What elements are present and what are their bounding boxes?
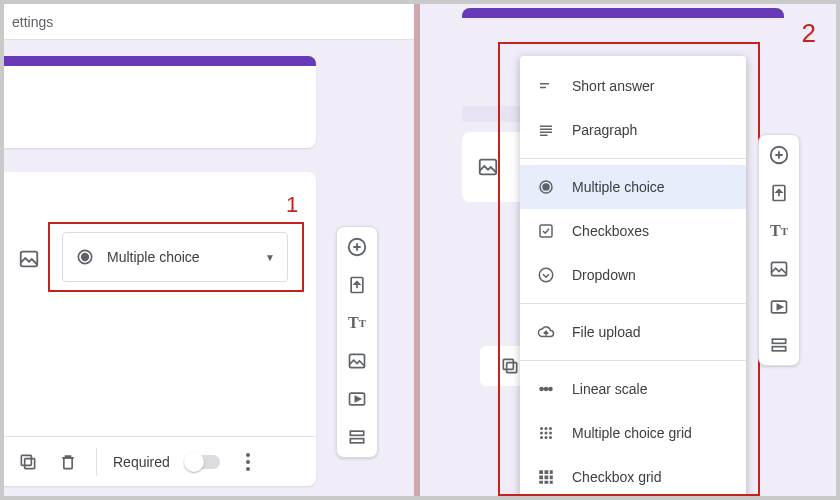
svg-point-29 bbox=[545, 436, 548, 439]
menu-item-label: Checkboxes bbox=[572, 223, 649, 239]
paragraph-icon bbox=[536, 121, 556, 139]
svg-rect-11 bbox=[350, 439, 363, 443]
svg-point-21 bbox=[549, 388, 552, 391]
add-section-button[interactable] bbox=[767, 333, 791, 357]
svg-point-20 bbox=[545, 388, 548, 391]
duplicate-button[interactable] bbox=[16, 450, 40, 474]
pane-step1: ettings Multiple choice ▼ 1 bbox=[4, 4, 420, 496]
add-image-button[interactable] bbox=[767, 257, 791, 281]
annotation-label-1: 1 bbox=[286, 192, 298, 218]
question-type-menu: Short answer Paragraph Multiple choice C bbox=[520, 56, 746, 496]
svg-rect-31 bbox=[539, 470, 543, 474]
svg-rect-5 bbox=[64, 457, 72, 468]
svg-rect-36 bbox=[550, 476, 553, 480]
menu-separator bbox=[520, 158, 746, 159]
side-toolbar: TT bbox=[758, 134, 800, 366]
linear-scale-icon bbox=[536, 380, 556, 398]
menu-item-dropdown[interactable]: Dropdown bbox=[520, 253, 746, 297]
svg-rect-4 bbox=[21, 455, 31, 465]
menu-item-label: Short answer bbox=[572, 78, 654, 94]
question-card: Multiple choice ▼ 1 Required bbox=[4, 172, 316, 486]
checkbox-icon bbox=[536, 222, 556, 240]
svg-rect-13 bbox=[507, 363, 517, 373]
svg-point-25 bbox=[540, 432, 543, 435]
header-breadcrumb: ettings bbox=[4, 4, 414, 40]
svg-rect-38 bbox=[545, 481, 549, 484]
radio-icon bbox=[75, 247, 95, 267]
add-image-inline-icon[interactable] bbox=[18, 248, 42, 272]
menu-item-label: Multiple choice grid bbox=[572, 425, 692, 441]
delete-button[interactable] bbox=[56, 450, 80, 474]
add-question-button[interactable] bbox=[345, 235, 369, 259]
svg-rect-17 bbox=[540, 225, 552, 237]
menu-item-checkboxes[interactable]: Checkboxes bbox=[520, 209, 746, 253]
short-answer-icon bbox=[536, 77, 556, 95]
menu-item-checkbox-grid[interactable]: Checkbox grid bbox=[520, 455, 746, 496]
menu-item-label: File upload bbox=[572, 324, 641, 340]
menu-item-linear-scale[interactable]: Linear scale bbox=[520, 367, 746, 411]
svg-rect-45 bbox=[772, 347, 785, 351]
radio-icon bbox=[536, 178, 556, 196]
form-title-card bbox=[4, 56, 316, 148]
svg-rect-37 bbox=[539, 481, 543, 484]
pane-step2: Short answer Paragraph Multiple choice C bbox=[420, 4, 836, 496]
menu-item-short-answer[interactable]: Short answer bbox=[520, 64, 746, 108]
form-accent-bar bbox=[462, 8, 784, 18]
svg-rect-14 bbox=[503, 359, 513, 369]
svg-point-30 bbox=[549, 436, 552, 439]
menu-item-label: Dropdown bbox=[572, 267, 636, 283]
grid-dots-icon bbox=[536, 424, 556, 442]
svg-rect-39 bbox=[550, 481, 553, 484]
footer-divider bbox=[96, 448, 97, 476]
menu-item-label: Paragraph bbox=[572, 122, 637, 138]
add-image-inline-icon[interactable] bbox=[476, 155, 500, 179]
question-type-label: Multiple choice bbox=[107, 249, 200, 265]
menu-separator bbox=[520, 303, 746, 304]
menu-item-multiple-choice[interactable]: Multiple choice bbox=[520, 165, 746, 209]
menu-item-mc-grid[interactable]: Multiple choice grid bbox=[520, 411, 746, 455]
add-title-button[interactable]: TT bbox=[345, 311, 369, 335]
more-options-button[interactable] bbox=[236, 450, 260, 474]
menu-separator bbox=[520, 360, 746, 361]
svg-point-27 bbox=[549, 432, 552, 435]
chevron-down-icon: ▼ bbox=[265, 252, 275, 263]
grid-squares-icon bbox=[536, 468, 556, 486]
add-image-button[interactable] bbox=[345, 349, 369, 373]
svg-point-22 bbox=[540, 427, 543, 430]
import-questions-button[interactable] bbox=[345, 273, 369, 297]
svg-point-28 bbox=[540, 436, 543, 439]
add-question-button[interactable] bbox=[767, 143, 791, 167]
svg-point-23 bbox=[545, 427, 548, 430]
svg-point-26 bbox=[545, 432, 548, 435]
question-footer: Required bbox=[4, 436, 316, 486]
cloud-upload-icon bbox=[536, 323, 556, 341]
svg-point-19 bbox=[540, 388, 543, 391]
duplicate-button[interactable] bbox=[498, 354, 522, 378]
dropdown-icon bbox=[536, 266, 556, 284]
menu-item-label: Linear scale bbox=[572, 381, 648, 397]
svg-rect-34 bbox=[539, 476, 543, 480]
svg-point-24 bbox=[549, 427, 552, 430]
svg-rect-3 bbox=[25, 458, 35, 468]
svg-point-2 bbox=[82, 254, 89, 261]
svg-point-18 bbox=[539, 268, 553, 282]
menu-item-label: Checkbox grid bbox=[572, 469, 662, 485]
svg-rect-35 bbox=[545, 476, 549, 480]
required-label: Required bbox=[113, 454, 170, 470]
svg-rect-33 bbox=[550, 470, 553, 474]
required-toggle[interactable] bbox=[186, 455, 220, 469]
add-title-button[interactable]: TT bbox=[767, 219, 791, 243]
menu-item-file-upload[interactable]: File upload bbox=[520, 310, 746, 354]
menu-item-paragraph[interactable]: Paragraph bbox=[520, 108, 746, 152]
svg-point-16 bbox=[543, 184, 549, 190]
import-questions-button[interactable] bbox=[767, 181, 791, 205]
svg-rect-32 bbox=[545, 470, 549, 474]
question-type-dropdown[interactable]: Multiple choice ▼ bbox=[62, 232, 288, 282]
svg-rect-44 bbox=[772, 339, 785, 343]
side-toolbar: TT bbox=[336, 226, 378, 458]
add-section-button[interactable] bbox=[345, 425, 369, 449]
annotation-label-2: 2 bbox=[802, 18, 816, 49]
menu-item-label: Multiple choice bbox=[572, 179, 665, 195]
add-video-button[interactable] bbox=[767, 295, 791, 319]
add-video-button[interactable] bbox=[345, 387, 369, 411]
